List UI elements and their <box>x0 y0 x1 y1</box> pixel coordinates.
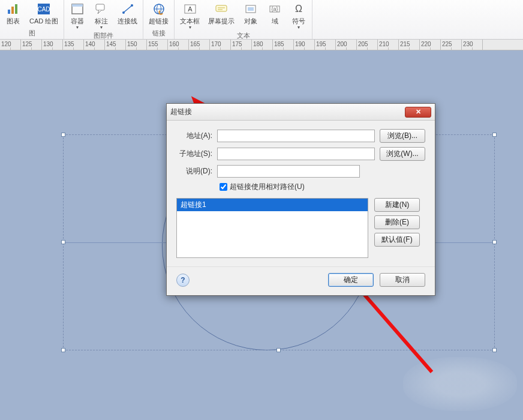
ruler-tick: 165 <box>189 40 210 50</box>
symbol-icon: Ω <box>291 2 306 16</box>
ruler-tick: 130 <box>42 40 63 50</box>
ribbon-group-label: 图部件 <box>68 31 139 40</box>
svg-rect-6 <box>72 4 83 7</box>
connector-icon <box>120 2 136 16</box>
description-label: 说明(D): <box>176 166 212 176</box>
default-button[interactable]: 默认值(F) <box>374 233 420 247</box>
ribbon-connector-button[interactable]: 连接线 <box>116 1 139 26</box>
ruler-tick: 145 <box>105 40 126 50</box>
ribbon-toolbar: 图表CADCAD 绘图图容器标注连接线图部件超链接链接A文本框屏幕提示对象{a}… <box>0 0 523 40</box>
ruler-tick: 220 <box>420 40 441 50</box>
ribbon-item-label: 图表 <box>7 17 20 26</box>
resize-handle[interactable] <box>61 348 65 352</box>
hyperlink-dialog: 超链接 ✕ 地址(A): 浏览(B)... 子地址(S): 浏览(W)... 说… <box>166 103 435 296</box>
address-label: 地址(A): <box>176 131 212 141</box>
ribbon-cad-button[interactable]: CADCAD 绘图 <box>28 1 60 26</box>
ruler-tick: 180 <box>252 40 273 50</box>
dialog-title: 超链接 <box>170 107 192 117</box>
ruler-tick: 160 <box>168 40 189 50</box>
field-icon: {a} <box>267 2 282 16</box>
resize-handle[interactable] <box>61 240 65 244</box>
svg-line-10 <box>124 6 131 12</box>
address-input[interactable] <box>217 130 375 142</box>
ruler-tick: 190 <box>294 40 315 50</box>
cad-icon: CAD <box>36 2 52 16</box>
svg-text:{a}: {a} <box>272 6 278 12</box>
ribbon-hyperlink-button[interactable]: 超链接 <box>147 1 170 26</box>
svg-rect-1 <box>11 7 14 14</box>
ribbon-item-label: 对象 <box>244 17 257 26</box>
dialog-titlebar[interactable]: 超链接 ✕ <box>167 104 435 121</box>
subaddress-label: 子地址(S): <box>176 149 212 159</box>
svg-rect-2 <box>15 4 17 14</box>
ruler-tick: 230 <box>462 40 483 50</box>
ribbon-callout-button[interactable]: 标注 <box>92 1 111 31</box>
ruler-tick: 175 <box>231 40 252 50</box>
ruler-tick: 205 <box>357 40 378 50</box>
delete-button[interactable]: 删除(E) <box>374 215 420 229</box>
ribbon-group: 超链接链接 <box>143 0 175 39</box>
ribbon-item-label: 超链接 <box>149 17 169 26</box>
close-icon: ✕ <box>416 108 421 116</box>
svg-rect-20 <box>248 7 254 11</box>
description-input[interactable] <box>217 165 360 178</box>
ribbon-field-button[interactable]: {a}域 <box>265 1 284 26</box>
ruler-tick: 150 <box>126 40 147 50</box>
ruler-tick: 155 <box>147 40 168 50</box>
svg-text:CAD: CAD <box>38 6 50 13</box>
ruler-tick: 210 <box>378 40 399 50</box>
svg-text:Ω: Ω <box>295 4 302 14</box>
ribbon-item-label: 标注 <box>95 17 108 26</box>
container-icon <box>70 2 85 16</box>
ribbon-textbox-button[interactable]: A文本框 <box>178 1 202 31</box>
cloud-shape <box>403 357 517 411</box>
help-button[interactable]: ? <box>176 274 190 287</box>
ribbon-group-label: 图 <box>4 28 60 38</box>
hyperlink-icon <box>151 2 167 16</box>
ribbon-group: 容器标注连接线图部件 <box>64 0 143 39</box>
textbox-icon: A <box>182 2 198 16</box>
new-button[interactable]: 新建(N) <box>374 198 420 212</box>
ribbon-item-label: 符号 <box>292 17 305 26</box>
resize-handle[interactable] <box>492 133 497 137</box>
ribbon-symbol-button[interactable]: Ω符号 <box>289 1 308 31</box>
svg-rect-16 <box>216 5 227 11</box>
close-button[interactable]: ✕ <box>405 107 431 118</box>
browse-w-button[interactable]: 浏览(W)... <box>380 147 425 161</box>
ruler-tick: 225 <box>441 40 462 50</box>
ruler-tick: 185 <box>273 40 294 50</box>
screentip-icon <box>214 2 229 16</box>
horizontal-ruler: 1201251301351401451501551601651701751801… <box>0 40 523 50</box>
ribbon-item-label: CAD 绘图 <box>29 17 58 26</box>
ribbon-group-label: 链接 <box>147 28 170 38</box>
ruler-tick: 140 <box>84 40 105 50</box>
svg-rect-0 <box>8 10 10 14</box>
ruler-tick: 170 <box>210 40 231 50</box>
hyperlinks-listbox[interactable]: 超链接1 <box>176 198 368 258</box>
ribbon-item-label: 连接线 <box>118 17 137 26</box>
resize-handle[interactable] <box>61 133 65 137</box>
ribbon-group: A文本框屏幕提示对象{a}域Ω符号文本 <box>175 0 312 39</box>
ok-button[interactable]: 确定 <box>328 273 374 287</box>
ribbon-container-button[interactable]: 容器 <box>68 1 87 31</box>
ribbon-object-button[interactable]: 对象 <box>241 1 260 26</box>
ribbon-group: 图表CADCAD 绘图图 <box>0 0 64 39</box>
list-item[interactable]: 超链接1 <box>177 199 368 211</box>
ribbon-group-label: 文本 <box>178 31 308 40</box>
resize-handle[interactable] <box>492 348 497 352</box>
subaddress-input[interactable] <box>217 148 375 160</box>
ribbon-chart-button[interactable]: 图表 <box>4 1 23 26</box>
callout-icon <box>94 2 109 16</box>
ribbon-item-label: 域 <box>272 17 278 26</box>
browse-b-button[interactable]: 浏览(B)... <box>380 129 425 143</box>
cancel-button[interactable]: 取消 <box>380 273 425 287</box>
resize-handle[interactable] <box>276 348 281 352</box>
relative-path-label: 超链接使用相对路径(U) <box>230 182 305 192</box>
ribbon-screentip-button[interactable]: 屏幕提示 <box>206 1 236 26</box>
relative-path-checkbox[interactable] <box>220 183 227 191</box>
ribbon-item-label: 容器 <box>71 17 84 26</box>
chart-icon <box>5 2 21 16</box>
ruler-tick: 200 <box>336 40 357 50</box>
resize-handle[interactable] <box>492 240 497 244</box>
ruler-tick: 215 <box>399 40 420 50</box>
